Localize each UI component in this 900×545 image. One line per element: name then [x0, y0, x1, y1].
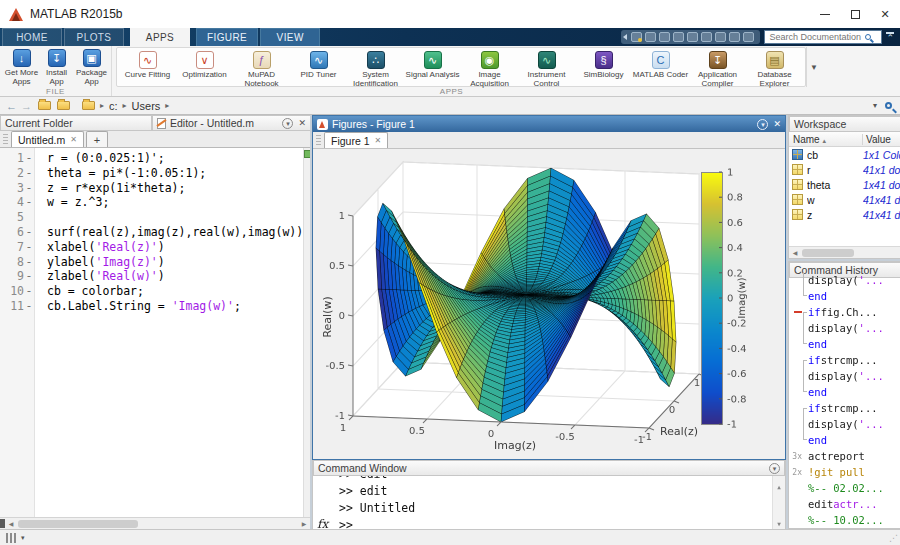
editor-menu-icon[interactable]: ▾ — [282, 118, 293, 129]
code-line[interactable]: zlabel('Real(w)') — [47, 269, 303, 284]
history-item[interactable]: %-- 02.02... — [789, 480, 900, 496]
copy-icon[interactable] — [673, 32, 684, 42]
columns-icon[interactable] — [6, 533, 18, 543]
tab-apps[interactable]: APPS — [130, 28, 190, 46]
figure1-surface-plot[interactable] — [313, 149, 785, 459]
command-window-vscrollbar[interactable]: ▲ ▼ — [772, 476, 785, 534]
line-number[interactable]: 9- — [0, 269, 34, 284]
code-line[interactable]: cb = colorbar; — [47, 284, 303, 299]
current-folder-header[interactable]: Current Folder — [0, 115, 152, 131]
workspace-row-cb[interactable]: cb1x1 ColorBar — [789, 147, 900, 162]
line-number[interactable]: 10- — [0, 284, 34, 299]
matlab-coder-button[interactable]: CMATLAB Coder — [632, 49, 689, 85]
figures-close-icon[interactable]: ✕ — [773, 119, 781, 129]
scroll-left-icon[interactable]: ◀ — [5, 518, 17, 529]
history-item[interactable]: 2x!git pull — [789, 464, 900, 480]
pid-tuner-button[interactable]: ∿PID Tuner — [290, 49, 347, 85]
apps-gallery-expand-icon[interactable]: ▼ — [806, 47, 821, 87]
new-script-icon[interactable] — [631, 32, 642, 42]
search-icon[interactable] — [865, 34, 871, 40]
tabbar-grip[interactable] — [316, 135, 321, 147]
workspace-hscrollbar[interactable]: ◀ ▶ — [789, 246, 900, 258]
figures-menu-icon[interactable]: ▾ — [757, 119, 768, 130]
system-identification-button[interactable]: ∴System Identification — [347, 49, 404, 85]
history-item[interactable]: 3xactreport — [789, 448, 900, 464]
editor-header[interactable]: Editor - Untitled.m ▾ ✕ — [152, 115, 310, 131]
save-icon[interactable] — [645, 32, 656, 42]
command-history-list[interactable]: display('...endif fig.Ch...display('...e… — [789, 270, 900, 528]
back-icon[interactable]: ← — [6, 100, 17, 112]
line-number[interactable]: 2- — [0, 166, 34, 181]
figures-header[interactable]: Figures - Figure 1 ▾ ✕ — [313, 116, 785, 132]
install-app-button[interactable]: ↧Install App — [39, 48, 74, 86]
history-item[interactable]: end — [789, 384, 900, 400]
search-input[interactable] — [769, 32, 865, 42]
simbiology-button[interactable]: §SimBiology — [575, 49, 632, 85]
line-number[interactable]: 3- — [0, 181, 34, 196]
curve-fitting-button[interactable]: ∿Curve Fitting — [119, 49, 176, 85]
history-item[interactable]: if strcmp... — [789, 352, 900, 368]
new-tab-button[interactable]: + — [86, 131, 108, 147]
code-line[interactable]: cb.Label.String = 'Imag(w)'; — [47, 299, 303, 314]
workspace-row-z[interactable]: z41x41 double — [789, 207, 900, 222]
columns-dropdown-icon[interactable]: ▾ — [21, 534, 25, 542]
maximize-button[interactable] — [840, 0, 870, 28]
history-item[interactable]: display('... — [789, 272, 900, 288]
code-line[interactable]: z = r*exp(1i*theta); — [47, 181, 303, 196]
redo-icon[interactable] — [715, 32, 726, 42]
cut-icon[interactable] — [659, 32, 670, 42]
code-line[interactable] — [47, 210, 303, 225]
figure1-tab[interactable]: Figure 1 ✕ — [324, 132, 388, 148]
line-number[interactable]: 7- — [0, 240, 34, 255]
history-item[interactable]: end — [789, 288, 900, 304]
workspace-row-w[interactable]: w41x41 double — [789, 192, 900, 207]
browse-folder-icon[interactable] — [57, 101, 70, 110]
address-dropdown-icon[interactable]: ▾ — [873, 101, 877, 110]
collapse-ribbon-icon[interactable]: ⌃ — [886, 32, 894, 42]
tab-home[interactable]: HOME — [2, 28, 62, 46]
database-explorer-button[interactable]: ▤Database Explorer — [746, 49, 803, 85]
mupad-notebook-button[interactable]: ƒMuPAD Notebook — [233, 49, 290, 85]
tab-view[interactable]: VIEW — [260, 28, 320, 46]
folder-up-icon[interactable] — [38, 101, 51, 110]
folder-search-icon[interactable] — [885, 102, 892, 109]
command-window-body[interactable]: >> edit >> edit >> Untitled >> fx ▲ ▼ — [313, 476, 785, 534]
instrument-control-button[interactable]: ∿Instrument Control — [518, 49, 575, 85]
hscroll-thumb[interactable] — [18, 520, 138, 528]
history-item[interactable]: if fig.Ch... — [789, 304, 900, 320]
line-number[interactable]: 4- — [0, 195, 34, 210]
code-line[interactable]: xlabel('Real(z)') — [47, 240, 303, 255]
code-line[interactable]: surf(real(z),imag(z),real(w),imag(w)) — [47, 225, 303, 240]
tab-figure[interactable]: FIGURE — [196, 28, 258, 46]
history-item[interactable]: end — [789, 336, 900, 352]
history-item[interactable]: display('... — [789, 416, 900, 432]
code-area[interactable]: r = (0:0.025:1)';theta = pi*(-1:0.05:1);… — [35, 148, 303, 517]
code-editor[interactable]: 1-2-3-4-56-7-8-9-10-11- r = (0:0.025:1)'… — [0, 148, 310, 517]
breadcrumb-segment-drive[interactable]: c: — [109, 100, 118, 112]
paste-icon[interactable] — [687, 32, 698, 42]
history-item[interactable]: display('... — [789, 368, 900, 384]
line-number[interactable]: 8- — [0, 255, 34, 270]
history-item[interactable]: if strcmp... — [789, 400, 900, 416]
workspace-header[interactable]: Workspace ▾ — [789, 116, 900, 132]
history-item[interactable]: edit actr... — [789, 496, 900, 512]
close-button[interactable]: ✕ — [870, 0, 900, 28]
command-window-header[interactable]: Command Window ▾ — [313, 460, 785, 476]
editor-tab-untitled[interactable]: Untitled.m ✕ — [11, 131, 84, 147]
line-number[interactable]: 6- — [0, 225, 34, 240]
workspace-row-r[interactable]: r41x1 double — [789, 162, 900, 177]
scroll-up-icon[interactable]: ▲ — [773, 478, 785, 495]
line-number[interactable]: 11- — [0, 299, 34, 314]
current-folder-icon[interactable] — [82, 101, 95, 110]
help-icon[interactable] — [743, 32, 754, 42]
minimize-button[interactable] — [810, 0, 840, 28]
scroll-left-icon[interactable]: ◀ — [789, 247, 801, 258]
resize-grip-icon[interactable]: ⋰ — [889, 533, 897, 543]
editor-hscrollbar[interactable]: ◀ ▶ — [0, 517, 310, 529]
code-line[interactable]: ylabel('Imag(z)') — [47, 255, 303, 270]
tab-close-icon[interactable]: ✕ — [375, 136, 382, 145]
code-line[interactable]: theta = pi*(-1:0.05:1); — [47, 166, 303, 181]
get-more-apps-button[interactable]: ↓Get More Apps — [4, 48, 39, 86]
workspace-row-theta[interactable]: theta1x41 double — [789, 177, 900, 192]
breadcrumb-segment-users[interactable]: Users — [132, 100, 161, 112]
